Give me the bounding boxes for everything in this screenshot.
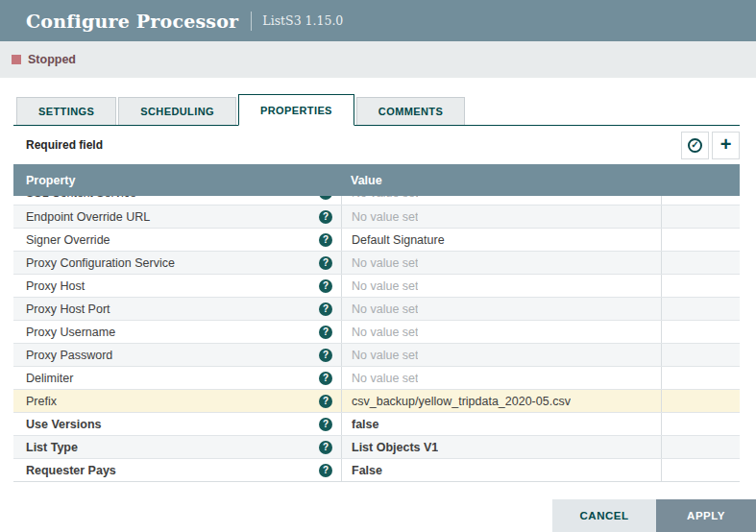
property-value-cell[interactable]: No value set <box>341 252 661 274</box>
check-circle-icon: ✓ <box>688 138 702 153</box>
property-name: List Type <box>26 441 78 454</box>
property-value-cell[interactable]: No value set <box>341 196 661 205</box>
property-value: List Objects V1 <box>352 441 438 454</box>
property-value-cell[interactable]: No value set <box>341 206 661 228</box>
toolbar-actions: ✓ + <box>681 132 740 159</box>
table-row[interactable]: Endpoint Override URL ? No value set <box>13 205 740 228</box>
property-value-cell[interactable]: False <box>341 459 661 481</box>
property-name: Use Versions <box>26 418 102 431</box>
row-extra-cell <box>661 229 740 251</box>
status-bar: Stopped <box>0 41 756 78</box>
tab-comments[interactable]: COMMENTS <box>356 97 465 125</box>
tab-scheduling[interactable]: SCHEDULING <box>118 97 236 125</box>
property-name: Signer Override <box>26 233 110 247</box>
column-header-property: Property <box>13 174 341 187</box>
tab-settings[interactable]: SETTINGS <box>16 97 116 125</box>
property-value: No value set <box>352 372 418 385</box>
help-icon[interactable]: ? <box>319 233 332 247</box>
property-value-cell[interactable]: false <box>341 413 661 435</box>
table-row[interactable]: Delimiter ? No value set <box>13 366 740 389</box>
tab-settings-label: SETTINGS <box>38 106 94 117</box>
required-field-hint: Required field <box>13 138 103 152</box>
property-name: Requester Pays <box>26 464 116 477</box>
help-icon[interactable]: ? <box>319 256 332 270</box>
stopped-icon <box>12 55 21 64</box>
help-icon[interactable]: ? <box>319 210 332 224</box>
property-value: No value set <box>352 210 418 224</box>
property-name: Prefix <box>26 395 57 408</box>
property-name: Proxy Configuration Service <box>26 256 175 270</box>
row-extra-cell <box>661 298 740 320</box>
table-row[interactable]: Proxy Configuration Service ? No value s… <box>13 251 740 274</box>
property-value: No value set <box>352 349 418 362</box>
row-extra-cell <box>661 252 740 274</box>
properties-table: Property Value SSL Context Service ? No … <box>13 164 740 482</box>
tab-properties-label: PROPERTIES <box>260 105 332 116</box>
dialog-title: Configure Processor <box>26 11 238 32</box>
processor-name-version: ListS3 1.15.0 <box>262 13 343 28</box>
plus-icon: + <box>720 134 732 154</box>
dialog-header: Configure Processor ListS3 1.15.0 <box>0 0 756 41</box>
property-value-cell[interactable]: No value set <box>341 298 661 320</box>
help-icon[interactable]: ? <box>319 326 332 339</box>
help-icon[interactable]: ? <box>319 279 332 293</box>
help-icon[interactable]: ? <box>319 302 332 316</box>
property-value: No value set <box>352 279 418 293</box>
property-value: No value set <box>352 256 418 270</box>
help-icon[interactable]: ? <box>319 196 332 200</box>
help-icon[interactable]: ? <box>319 349 332 362</box>
table-row-required[interactable]: Use Versions ? false <box>13 412 740 435</box>
row-extra-cell <box>661 459 740 481</box>
property-value: No value set <box>352 326 418 339</box>
tab-bar: SETTINGS SCHEDULING PROPERTIES COMMENTS <box>13 93 740 126</box>
table-row[interactable]: Proxy Host Port ? No value set <box>13 297 740 320</box>
property-name: Endpoint Override URL <box>26 210 150 224</box>
property-value: Default Signature <box>352 233 445 247</box>
title-divider <box>251 12 252 31</box>
property-name: Delimiter <box>26 372 73 385</box>
property-value-cell[interactable]: No value set <box>341 321 661 343</box>
row-extra-cell <box>661 275 740 297</box>
table-row[interactable]: SSL Context Service ? No value set <box>13 196 740 205</box>
property-value-cell[interactable]: No value set <box>341 344 661 366</box>
table-row[interactable]: Signer Override ? Default Signature <box>13 228 740 251</box>
property-value-cell[interactable]: csv_backup/yellow_tripdata_2020-05.csv <box>341 390 661 412</box>
table-row[interactable]: Proxy Username ? No value set <box>13 320 740 343</box>
property-name: Proxy Password <box>26 349 112 362</box>
property-name: Proxy Username <box>26 326 115 339</box>
apply-button[interactable]: APPLY <box>656 499 756 532</box>
property-value-cell[interactable]: List Objects V1 <box>341 436 661 458</box>
add-property-button[interactable]: + <box>712 132 740 159</box>
table-row-modified[interactable]: Prefix ? csv_backup/yellow_tripdata_2020… <box>13 389 740 412</box>
row-extra-cell <box>661 367 740 389</box>
table-header: Property Value <box>13 164 740 196</box>
property-value: No value set <box>352 302 418 316</box>
property-value: false <box>352 418 379 431</box>
property-value-cell[interactable]: No value set <box>341 275 661 297</box>
row-extra-cell <box>661 321 740 343</box>
help-icon[interactable]: ? <box>319 441 332 454</box>
property-name: SSL Context Service <box>26 196 136 200</box>
table-row-required[interactable]: Requester Pays ? False <box>13 458 740 481</box>
tab-properties[interactable]: PROPERTIES <box>238 94 354 126</box>
row-extra-cell <box>661 413 740 435</box>
tab-scheduling-label: SCHEDULING <box>140 106 214 117</box>
row-extra-cell <box>661 344 740 366</box>
table-row-required[interactable]: List Type ? List Objects V1 <box>13 435 740 458</box>
property-value: No value set <box>352 196 418 200</box>
property-value-cell[interactable]: No value set <box>341 367 661 389</box>
column-header-value: Value <box>341 174 661 187</box>
help-icon[interactable]: ? <box>319 372 332 385</box>
table-row[interactable]: Proxy Host ? No value set <box>13 274 740 297</box>
tab-comments-label: COMMENTS <box>378 106 443 117</box>
row-extra-cell <box>661 196 740 205</box>
help-icon[interactable]: ? <box>319 395 332 408</box>
help-icon[interactable]: ? <box>319 464 332 477</box>
properties-toolbar: Required field ✓ + <box>13 126 740 164</box>
verify-properties-button[interactable]: ✓ <box>681 132 709 159</box>
help-icon[interactable]: ? <box>319 418 332 431</box>
table-row[interactable]: Proxy Password ? No value set <box>13 343 740 366</box>
property-value: False <box>352 464 382 477</box>
property-value-cell[interactable]: Default Signature <box>341 229 661 251</box>
cancel-button[interactable]: CANCEL <box>552 499 656 532</box>
